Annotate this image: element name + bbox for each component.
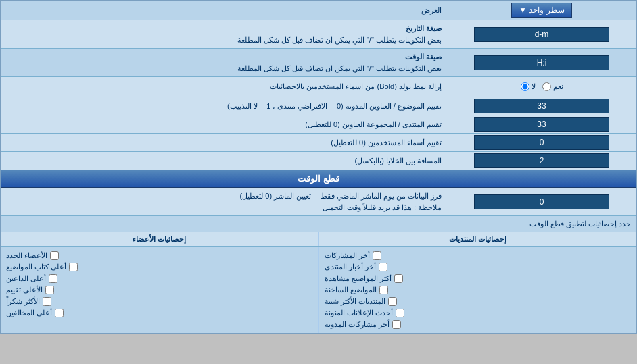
forum-sort-row: تقييم المنتدى / المجموعة العناوين (0 للت… (1, 115, 636, 134)
stats-items-row: الأعضاء الجدد أعلى كتاب المواضيع أعلى ال… (1, 247, 636, 333)
stats-apply-row: حدد إحصائيات لتطبيق قطع الوقت (1, 216, 636, 232)
stats-item-new-members: الأعضاء الجدد (6, 250, 313, 261)
checkbox-top-writers[interactable] (69, 263, 78, 271)
checkbox-last-posts[interactable] (373, 251, 381, 260)
bold-no-option[interactable]: لا (521, 82, 536, 91)
cell-spacing-label: المسافة بين الخلايا (بالبكسل) (1, 153, 447, 170)
topic-sort-row: تقييم الموضوع / العناوين المدونة (0 -- ا… (1, 97, 636, 115)
date-format-label: صيغة التاريخ بعض التكوينات يتطلب "/" الت… (1, 20, 447, 48)
user-sort-row: تقييم أسماء المستخدمين (0 للتعطيل) (1, 134, 636, 152)
bold-yes-option[interactable]: نعم (542, 82, 563, 91)
display-row: العرض سطر واحد ▼ (1, 1, 636, 20)
stats-col2-header: إحصائيات الأعضاء (1, 232, 319, 246)
cutoff-days-label: فرز البيانات من يوم الماشر الماضي فقط --… (1, 188, 447, 215)
cutoff-days-row: فرز البيانات من يوم الماشر الماضي فقط --… (1, 188, 636, 216)
checkbox-latest-announcements[interactable] (396, 309, 404, 317)
cell-spacing-input[interactable] (474, 153, 609, 168)
stats-item-last-posts: أخر المشاركات (325, 250, 632, 261)
stats-item-top-callers: أعلى الداعين (6, 273, 313, 284)
stats-col2-items: الأعضاء الجدد أعلى كتاب المواضيع أعلى ال… (1, 247, 319, 333)
forum-sort-label: تقييم المنتدى / المجموعة العناوين (0 للت… (1, 116, 447, 133)
stats-item-most-thanks: الأكثر شكراً (6, 296, 313, 307)
user-sort-input-area (447, 134, 636, 151)
topic-sort-label: تقييم الموضوع / العناوين المدونة (0 -- ا… (1, 98, 447, 115)
bold-yes-radio[interactable] (542, 82, 551, 91)
checkbox-top-violators[interactable] (55, 309, 64, 317)
cell-spacing-row: المسافة بين الخلايا (بالبكسل) (1, 152, 636, 170)
stats-col1-items: أخر المشاركات أخر أخبار المنتدى أكثر الم… (319, 247, 637, 333)
checkbox-new-members[interactable] (50, 251, 59, 260)
checkbox-most-viewed[interactable] (394, 274, 403, 283)
bold-remove-label: إزالة نمط بولد (Bold) من اسماء المستخدمي… (1, 80, 447, 94)
date-format-input-area (447, 26, 636, 43)
date-format-row: صيغة التاريخ بعض التكوينات يتطلب "/" الت… (1, 20, 636, 49)
stats-col1-header: إحصائيات المنتديات (319, 232, 637, 246)
checkbox-top-callers[interactable] (49, 274, 57, 283)
stats-item-similar-forums: المنتديات الأكثر شبية (325, 296, 632, 307)
topic-sort-input-area (447, 97, 636, 115)
checkbox-similar-forums[interactable] (388, 297, 397, 306)
forum-sort-input-area (447, 115, 636, 133)
user-sort-label: تقييم أسماء المستخدمين (0 للتعطيل) (1, 134, 447, 151)
stats-item-last-blog-posts: أخر مشاركات المدونة (325, 319, 632, 330)
cell-spacing-input-area (447, 152, 636, 170)
topic-sort-input[interactable] (474, 99, 609, 113)
cutoff-days-input[interactable] (474, 194, 609, 209)
stats-item-latest-announcements: أحدث الإعلانات المنونة (325, 307, 632, 319)
display-input-area: سطر واحد ▼ (447, 3, 636, 18)
display-dropdown[interactable]: سطر واحد ▼ (511, 3, 572, 18)
stats-item-most-viewed: أكثر المواضيع مشاهدة (325, 273, 632, 284)
checkbox-hot-topics[interactable] (379, 286, 388, 294)
checkbox-most-thanks[interactable] (43, 297, 51, 306)
checkbox-forum-news[interactable] (379, 263, 387, 271)
date-format-input[interactable] (474, 27, 609, 42)
cutoff-days-input-area (447, 193, 636, 211)
bold-remove-options: نعم لا (447, 82, 636, 91)
stats-item-top-writers: أعلى كتاب المواضيع (6, 261, 313, 273)
time-format-input[interactable] (474, 55, 609, 70)
time-format-label: صيغة الوقت بعض التكوينات يتطلب "/" التي … (1, 49, 447, 76)
checkbox-last-blog-posts[interactable] (392, 320, 401, 329)
time-format-input-area (447, 54, 636, 72)
time-format-row: صيغة الوقت بعض التكوينات يتطلب "/" التي … (1, 49, 636, 77)
user-sort-input[interactable] (474, 135, 609, 150)
stats-item-forum-news: أخر أخبار المنتدى (325, 261, 632, 273)
stats-item-hot-topics: المواضيع الساخنة (325, 284, 632, 296)
display-label: العرض (1, 3, 447, 18)
stats-item-top-violators: أعلى المخالفين (6, 307, 313, 319)
bold-remove-row: إزالة نمط بولد (Bold) من اسماء المستخدمي… (1, 77, 636, 97)
forum-sort-input[interactable] (474, 117, 609, 132)
checkbox-top-rated[interactable] (45, 286, 54, 294)
cutoff-section-header: قطع الوقت (1, 170, 636, 188)
bold-no-radio[interactable] (521, 82, 529, 91)
stats-col-headers: إحصائيات الأعضاء إحصائيات المنتديات (1, 232, 636, 247)
stats-item-top-rated: الأعلى تقييم (6, 284, 313, 296)
